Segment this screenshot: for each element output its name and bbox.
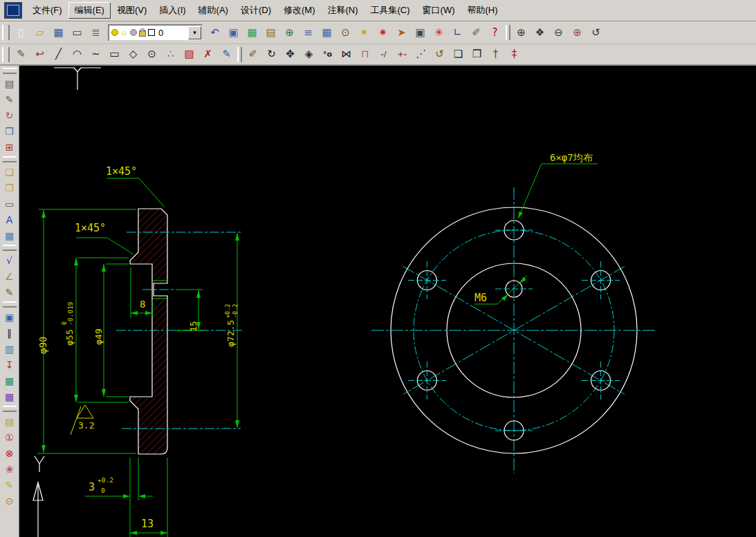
view-sheet-button[interactable]: ▭ [1,196,18,211]
database-button[interactable]: ≡ [299,23,317,41]
toolbar-grip[interactable] [506,25,510,40]
hatch-button[interactable]: ▨ [180,46,199,64]
menu-item-modify[interactable]: 修改(M) [277,2,322,19]
toolbar-grip[interactable] [3,406,17,412]
parallel-button[interactable]: ∥ [1,325,18,341]
plot-sheet-button[interactable]: ▤ [1,75,18,91]
zoom-previous-button[interactable]: ↺ [587,23,605,41]
toolbar-grip[interactable] [3,68,17,74]
layer-manager-button[interactable]: ≣ [86,23,105,41]
circle-button[interactable]: ⊙ [142,46,161,64]
chamfer-button[interactable]: -/ [374,46,393,64]
extend-button[interactable]: ‡ [505,46,524,64]
layers-button[interactable]: ❐ [1,123,18,139]
edit-button[interactable]: ✐ [243,46,262,64]
fillet-button[interactable]: +- [393,46,412,64]
toolbar-grip[interactable] [237,47,242,62]
regen-button[interactable]: ↺ [430,46,449,64]
wand-yellow-button[interactable]: ✶ [355,23,374,41]
grid-settings-button[interactable]: ▦ [243,23,261,41]
trim-button[interactable]: † [486,46,505,64]
toolbar-grip[interactable] [3,301,17,308]
sheet-button[interactable]: ✎ [12,46,30,64]
mirror-copy-button[interactable]: ◈ [299,46,318,64]
menu-item-toolset[interactable]: 工具集(C) [365,2,416,19]
zoom-window-button[interactable]: ⊕ [568,23,587,41]
menu-item-help[interactable]: 帮助(H) [461,2,504,19]
web-publish-button[interactable]: ⊕ [280,23,299,41]
mirror-button[interactable]: ⋈ [337,46,356,64]
frame-button[interactable]: ▣ [224,23,243,41]
menu-item-window[interactable]: 窗口(W) [416,2,461,19]
seal-button[interactable]: ❀ [1,461,18,477]
measure-button[interactable]: ⊙ [1,493,18,509]
menu-item-file[interactable]: 文件(F) [26,2,68,19]
erase-button[interactable]: ✗ [199,46,217,64]
menu-item-assist[interactable]: 辅助(A) [192,2,234,19]
ucs-button[interactable]: ∟ [448,23,467,41]
plot-button[interactable]: ▭ [68,23,86,41]
arc-button[interactable]: ◠ [68,46,86,64]
section-button[interactable]: ▥ [1,341,18,357]
find-button[interactable]: ⊙ [336,23,355,41]
array-button[interactable]: ⊓ [356,46,374,64]
dimension-button[interactable]: ↧ [1,357,18,373]
offset-button[interactable]: °o [318,46,337,64]
app-logo-icon[interactable] [4,2,22,19]
break-button[interactable]: ⋰ [412,46,430,64]
redo-curve-button[interactable]: ↩ [30,46,49,64]
menu-item-edit[interactable]: 编辑(E) [68,2,111,19]
stamp-button[interactable]: ✐ [467,23,486,41]
notes-button[interactable]: ✎ [1,284,18,300]
toolbar-grip[interactable] [2,47,10,62]
print-preview-button[interactable]: ▤ [261,23,280,41]
shear-button[interactable]: ❐ [468,46,486,64]
highlight-button[interactable]: ✎ [1,477,18,493]
ole-object-button[interactable]: ⊞ [1,139,18,155]
paste-button[interactable]: ❐ [1,180,18,196]
rotate-button[interactable]: ↻ [262,46,281,64]
toolbar-grip[interactable] [3,245,17,251]
line-button[interactable]: ╱ [49,46,68,64]
flag-button[interactable]: ➤ [392,23,411,41]
verify-button[interactable]: √ [1,252,18,268]
angle-button[interactable]: ∠ [1,268,18,284]
move-button[interactable]: ✥ [281,46,299,64]
palette-button[interactable]: ▩ [1,388,18,404]
open-button[interactable]: ▱ [30,23,49,41]
copy-button[interactable]: ❏ [1,164,18,180]
toolbar-grip[interactable] [2,25,10,40]
layer-combo-dropdown-icon[interactable]: ▼ [188,26,201,39]
balloon-button[interactable]: ① [1,429,18,445]
drawing-canvas[interactable]: 1×45° 1×45° φ90 φ55 -0.019 0 φ49 [19,66,756,537]
layer-combo[interactable]: ☼ 0 ▼ [108,24,203,41]
zoom-realtime-button[interactable]: ⊕ [512,23,531,41]
cube-button[interactable]: ▣ [1,309,18,325]
menu-item-annotate[interactable]: 注释(N) [321,2,364,19]
edit-sheet-button[interactable]: ✎ [1,91,18,107]
toolbar-grip[interactable] [3,156,17,162]
table-button[interactable]: ▦ [317,23,336,41]
menu-item-design[interactable]: 设计(D) [234,2,277,19]
no-delete-button[interactable]: ⊗ [1,445,18,461]
wand-red-button[interactable]: ✷ [374,23,392,41]
keypad-button[interactable]: ▦ [1,373,18,388]
point-button[interactable]: ∴ [161,46,180,64]
help-button[interactable]: ? [486,23,504,41]
purge-button[interactable]: ✳ [430,23,448,41]
redraw-button[interactable]: ↻ [1,107,18,123]
rectangle-button[interactable]: ▭ [105,46,124,64]
text-style-button[interactable]: A [1,211,18,227]
menu-item-insert[interactable]: 插入(I) [153,2,192,19]
snapshot-button[interactable]: ▣ [411,23,430,41]
spline-button[interactable]: ~ [86,46,105,64]
undo-button[interactable]: ↶ [205,23,224,41]
zoom-out-button[interactable]: ⊖ [549,23,568,41]
new-button[interactable]: ▯ [12,23,30,41]
pan-button[interactable]: ❖ [531,23,549,41]
menu-item-view[interactable]: 视图(V) [111,2,153,19]
annotate-button[interactable]: ✎ [217,46,236,64]
report-button[interactable]: ▤ [1,413,18,429]
stretch-button[interactable]: ❏ [449,46,468,64]
save-button[interactable]: ▦ [49,23,68,41]
